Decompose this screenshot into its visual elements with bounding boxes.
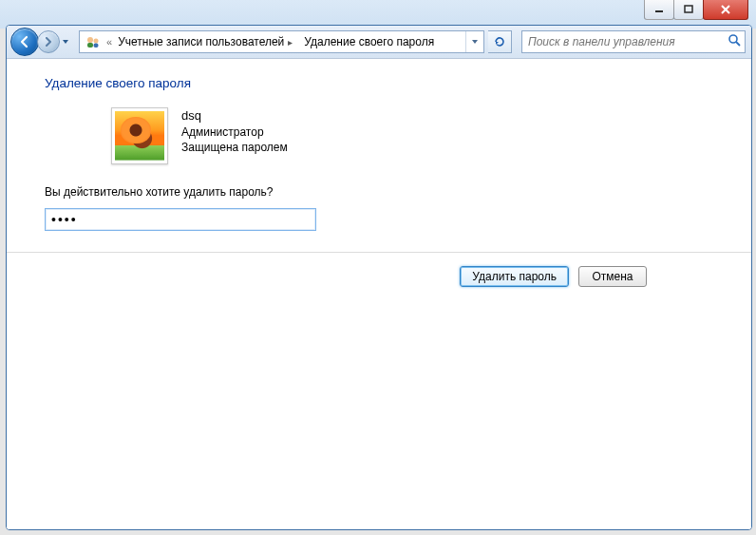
caption-buttons <box>645 0 748 20</box>
svg-point-2 <box>87 37 93 43</box>
account-role: Администратор <box>181 124 288 140</box>
desktop: « Учетные записи пользователей ▸ Удалени… <box>0 0 756 535</box>
svg-rect-5 <box>94 44 99 48</box>
svg-rect-3 <box>87 43 93 48</box>
close-icon <box>720 5 731 14</box>
maximize-button[interactable] <box>673 0 704 20</box>
confirmation-prompt: Вы действительно хотите удалить пароль? <box>45 185 751 199</box>
avatar-image <box>115 111 164 161</box>
search-icon <box>728 33 741 50</box>
close-button[interactable] <box>703 0 748 20</box>
search-input[interactable] <box>526 34 724 49</box>
cancel-button[interactable]: Отмена <box>578 266 647 287</box>
forward-button[interactable] <box>37 30 60 53</box>
address-dropdown-button[interactable] <box>465 31 483 52</box>
breadcrumb-segment-accounts[interactable]: Учетные записи пользователей ▸ <box>114 31 300 52</box>
svg-point-4 <box>94 39 99 44</box>
control-panel-window: « Учетные записи пользователей ▸ Удалени… <box>6 25 752 530</box>
minimize-icon <box>654 5 664 14</box>
refresh-icon <box>493 35 506 48</box>
account-meta: dsq Администратор Защищена паролем <box>181 107 288 155</box>
content-area: Удаление своего пароля dsq Администратор… <box>7 59 751 529</box>
arrow-left-icon <box>18 35 31 48</box>
chevron-down-icon <box>62 38 69 46</box>
user-accounts-icon <box>85 34 101 49</box>
nav-history-buttons <box>10 28 71 56</box>
breadcrumb-label: Учетные записи пользователей <box>118 35 284 48</box>
address-bar[interactable]: « Учетные записи пользователей ▸ Удалени… <box>79 30 484 53</box>
chevron-right-icon: ▸ <box>284 37 296 48</box>
refresh-button[interactable] <box>488 30 512 53</box>
breadcrumb-label: Удаление своего пароля <box>304 35 434 48</box>
page-title: Удаление своего пароля <box>45 76 751 90</box>
breadcrumb-prefix: « <box>104 36 114 48</box>
svg-point-6 <box>729 35 737 43</box>
account-username: dsq <box>181 107 288 124</box>
navigation-bar: « Учетные записи пользователей ▸ Удалени… <box>7 26 751 59</box>
avatar <box>111 107 168 164</box>
search-box[interactable] <box>521 30 746 53</box>
action-footer: Удалить пароль Отмена <box>7 252 751 287</box>
password-input[interactable] <box>45 208 316 231</box>
back-button[interactable] <box>10 28 39 56</box>
svg-rect-0 <box>655 10 663 12</box>
recent-locations-button[interactable] <box>60 31 71 52</box>
minimize-button[interactable] <box>644 0 674 20</box>
account-protection: Защищена паролем <box>181 140 288 155</box>
svg-line-7 <box>736 42 740 46</box>
chevron-down-icon <box>471 38 479 46</box>
svg-rect-1 <box>685 6 692 12</box>
arrow-right-icon <box>44 37 53 47</box>
account-summary: dsq Администратор Защищена паролем <box>111 107 751 164</box>
delete-password-button[interactable]: Удалить пароль <box>460 266 569 287</box>
breadcrumb-segment-delete-password[interactable]: Удаление своего пароля <box>300 31 438 52</box>
page-body: Удаление своего пароля dsq Администратор… <box>7 59 751 231</box>
maximize-icon <box>684 5 693 14</box>
